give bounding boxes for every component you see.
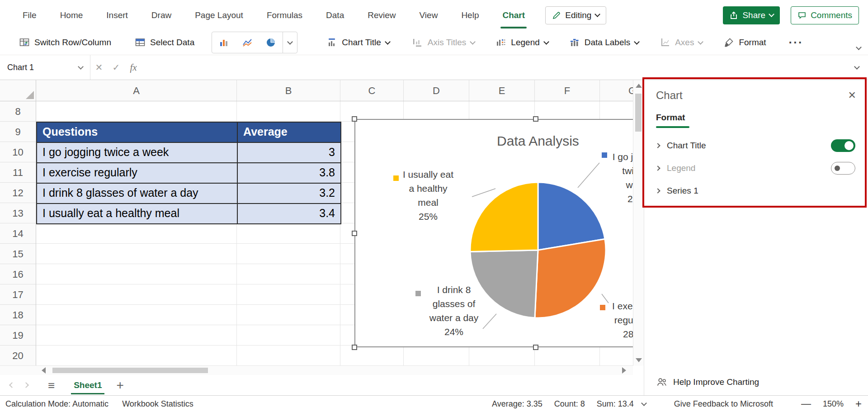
cell-average[interactable]: 3.4 bbox=[238, 204, 341, 224]
chart-selection-handle[interactable] bbox=[533, 116, 538, 122]
pane-item-chart-title[interactable]: Chart Title bbox=[644, 134, 868, 157]
cell-average[interactable]: 3.8 bbox=[238, 163, 341, 184]
help-improve-charting-link[interactable]: Help Improve Charting bbox=[656, 376, 759, 388]
pie-slice-3[interactable] bbox=[470, 182, 538, 252]
vertical-scrollbar[interactable] bbox=[633, 80, 644, 366]
ribbon-tab-chart[interactable]: Chart bbox=[502, 0, 525, 30]
row-header-20[interactable]: 20 bbox=[0, 346, 36, 366]
status-aggregate-average[interactable]: Average: 3.35 bbox=[492, 399, 542, 409]
ribbon-collapse-button[interactable] bbox=[857, 43, 861, 51]
pie-data-label-0[interactable]: I go joggingtwice aweek22% bbox=[599, 150, 636, 206]
ribbon-tab-view[interactable]: View bbox=[420, 0, 438, 30]
cell-average[interactable]: 3 bbox=[238, 143, 341, 163]
column-header-E[interactable]: E bbox=[469, 80, 535, 101]
vertical-scroll-thumb[interactable] bbox=[635, 94, 642, 132]
ribbon-tab-draw[interactable]: Draw bbox=[151, 0, 171, 30]
pie-data-label-2[interactable]: I drink 8glasses ofwater a day24% bbox=[410, 283, 498, 339]
name-box[interactable]: Chart 1 bbox=[0, 55, 90, 80]
ribbon-tab-data[interactable]: Data bbox=[326, 0, 344, 30]
ribbon-tab-home[interactable]: Home bbox=[60, 0, 83, 30]
previous-sheet-icon[interactable] bbox=[9, 382, 15, 388]
formula-input[interactable] bbox=[142, 55, 845, 80]
cancel-entry-button[interactable]: ✕ bbox=[90, 62, 108, 73]
row-header-14[interactable]: 14 bbox=[0, 223, 36, 244]
toggle-chart-title[interactable] bbox=[831, 139, 855, 152]
table-header-average[interactable]: Average bbox=[238, 123, 341, 143]
scroll-right-icon[interactable] bbox=[622, 367, 626, 374]
task-pane-tab-format[interactable]: Format bbox=[656, 113, 685, 123]
horizontal-scroll-thumb[interactable] bbox=[52, 368, 208, 373]
pie-slice-0[interactable] bbox=[538, 182, 605, 250]
status-item-workbook-statistics[interactable]: Workbook Statistics bbox=[122, 399, 193, 409]
chart-title-button[interactable]: Chart Title bbox=[323, 33, 393, 52]
more-commands-button[interactable]: ··· bbox=[785, 33, 807, 52]
comments-button[interactable]: Comments bbox=[791, 6, 859, 24]
column-header-D[interactable]: D bbox=[404, 80, 469, 101]
ribbon-tab-file[interactable]: File bbox=[23, 0, 37, 30]
pane-item-series-1[interactable]: Series 1 bbox=[644, 180, 868, 202]
row-header-16[interactable]: 16 bbox=[0, 264, 36, 284]
table-header-questions[interactable]: Questions bbox=[37, 123, 238, 143]
ribbon-tab-page-layout[interactable]: Page Layout bbox=[195, 0, 243, 30]
chart-type-dropdown-button[interactable] bbox=[283, 32, 297, 53]
chart-selection-handle[interactable] bbox=[352, 231, 357, 236]
row-header-8[interactable]: 8 bbox=[0, 101, 36, 122]
next-sheet-icon[interactable] bbox=[23, 382, 29, 388]
feedback-link[interactable]: Give Feedback to Microsoft bbox=[674, 399, 773, 409]
data-labels-button[interactable]: Data Labels bbox=[566, 33, 642, 52]
column-header-C[interactable]: C bbox=[340, 80, 404, 101]
close-icon[interactable]: ✕ bbox=[848, 90, 856, 101]
axes-button[interactable]: Axes bbox=[656, 33, 706, 52]
horizontal-scrollbar[interactable] bbox=[0, 365, 633, 375]
status-aggregate-count[interactable]: Count: 8 bbox=[554, 399, 585, 409]
insert-function-button[interactable]: fx bbox=[125, 62, 142, 73]
scroll-up-icon[interactable] bbox=[636, 84, 642, 88]
select-all-corner[interactable] bbox=[0, 80, 36, 101]
row-header-19[interactable]: 19 bbox=[0, 325, 36, 346]
chart-selection-handle[interactable] bbox=[352, 345, 357, 350]
ribbon-tab-review[interactable]: Review bbox=[368, 0, 396, 30]
share-button[interactable]: Share bbox=[723, 6, 780, 24]
chart-selection-handle[interactable] bbox=[533, 345, 538, 350]
cell-question[interactable]: I drink 8 glasses of water a day bbox=[37, 184, 238, 204]
add-sheet-button[interactable]: + bbox=[116, 380, 123, 391]
zoom-out-icon[interactable]: — bbox=[801, 398, 811, 410]
scroll-down-icon[interactable] bbox=[636, 358, 642, 362]
formula-bar-expand-button[interactable] bbox=[845, 66, 868, 69]
aggregates-dropdown-icon[interactable] bbox=[641, 400, 647, 406]
legend-button[interactable]: Legend bbox=[492, 33, 552, 52]
sheet-menu-icon[interactable]: ≡ bbox=[48, 381, 55, 390]
column-header-B[interactable]: B bbox=[237, 80, 340, 101]
scroll-left-icon[interactable] bbox=[42, 367, 46, 374]
line-chart-type-button[interactable] bbox=[236, 32, 259, 53]
column-header-G[interactable]: G bbox=[600, 80, 633, 101]
column-header-A[interactable]: A bbox=[36, 80, 237, 101]
chart-selection-handle[interactable] bbox=[352, 116, 357, 122]
row-header-15[interactable]: 15 bbox=[0, 244, 36, 264]
row-header-10[interactable]: 10 bbox=[0, 142, 36, 162]
row-header-9[interactable]: 9 bbox=[0, 122, 36, 142]
column-header-F[interactable]: F bbox=[535, 80, 600, 101]
sheet-tab-sheet1[interactable]: Sheet1 bbox=[71, 375, 104, 395]
ribbon-tab-insert[interactable]: Insert bbox=[106, 0, 128, 30]
confirm-entry-button[interactable]: ✓ bbox=[108, 62, 125, 73]
row-header-18[interactable]: 18 bbox=[0, 305, 36, 325]
row-header-17[interactable]: 17 bbox=[0, 284, 36, 305]
select-data-button[interactable]: Select Data bbox=[131, 33, 198, 52]
row-header-13[interactable]: 13 bbox=[0, 203, 36, 223]
cell-question[interactable]: I go jogging twice a week bbox=[37, 143, 238, 163]
chart-title-text[interactable]: Data Analysis bbox=[355, 133, 636, 149]
column-chart-type-button[interactable] bbox=[212, 32, 236, 53]
toggle-legend[interactable] bbox=[831, 162, 855, 175]
cell-question[interactable]: I exercise regularly bbox=[37, 163, 238, 184]
ribbon-tab-help[interactable]: Help bbox=[461, 0, 479, 30]
switch-row-column-button[interactable]: Switch Row/Column bbox=[15, 33, 115, 52]
zoom-in-icon[interactable]: + bbox=[855, 398, 862, 410]
status-item-calculation-mode[interactable]: Calculation Mode: Automatic bbox=[5, 399, 108, 409]
row-header-12[interactable]: 12 bbox=[0, 183, 36, 203]
axis-titles-button[interactable]: Axis Titles bbox=[409, 33, 479, 52]
format-button[interactable]: Format bbox=[720, 33, 769, 52]
editing-mode-button[interactable]: Editing bbox=[545, 6, 606, 24]
pie-chart-type-button[interactable] bbox=[259, 32, 283, 53]
zoom-level[interactable]: 150% bbox=[823, 399, 844, 409]
